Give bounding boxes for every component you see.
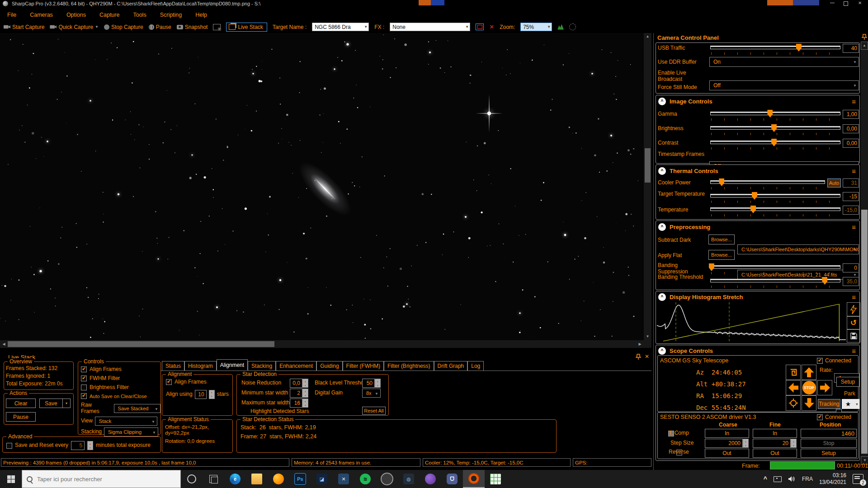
slew-west-button[interactable] <box>786 380 801 395</box>
panel-scroll-thumb[interactable] <box>861 210 868 454</box>
noise-reduction-input[interactable]: 0,0 <box>290 379 302 388</box>
section-menu-icon[interactable]: ≡ <box>852 98 856 105</box>
taskbar-app-dark[interactable]: ◍ <box>398 470 420 488</box>
pause-button[interactable]: Pause <box>149 24 171 30</box>
slider-thumb[interactable] <box>767 110 773 117</box>
minutes-spinner[interactable]: ▲▼ <box>87 441 93 450</box>
unpark-button[interactable] <box>786 365 801 380</box>
align-stars-spinner[interactable]: ▲▼ <box>209 390 215 399</box>
taskbar-app-firefox[interactable] <box>268 470 289 488</box>
fine-in-button[interactable]: In <box>753 429 797 438</box>
vertical-scroll-thumb[interactable] <box>645 148 651 183</box>
min-star-width-input[interactable]: 2 <box>290 389 302 398</box>
auto-stretch-icon[interactable] <box>557 24 564 30</box>
brightness-slider[interactable] <box>710 124 840 136</box>
section-menu-icon[interactable]: ≡ <box>852 347 856 355</box>
start-button[interactable] <box>0 470 22 488</box>
tracking-button[interactable]: Tracking <box>818 399 840 409</box>
tab-enhancement[interactable]: Enhancement <box>276 361 316 371</box>
section-menu-icon[interactable]: ≡ <box>852 167 856 175</box>
target-name-select[interactable]: NGC 5866 Dra ▼ <box>312 23 369 31</box>
taskbar-app-explorer[interactable] <box>246 470 268 488</box>
taskbar-app-sharpcap-active[interactable] <box>463 470 485 488</box>
menu-cameras[interactable]: Cameras <box>30 12 53 18</box>
menu-tools[interactable]: Tools <box>133 12 146 18</box>
cooler-power-slider[interactable] <box>710 178 825 190</box>
stop-capture-button[interactable]: Stop Capture <box>104 24 143 30</box>
max-star-spinner[interactable]: ▲▼ <box>302 399 308 408</box>
align-frames-checkbox[interactable] <box>81 366 87 372</box>
max-star-width-input[interactable]: 16 <box>290 399 302 408</box>
save-stretch-button[interactable] <box>847 329 860 343</box>
close-icon[interactable]: ✕ <box>858 0 862 5</box>
save-reset-checkbox[interactable] <box>6 443 12 449</box>
contrast-slider[interactable] <box>710 139 840 150</box>
align-frames-check-row[interactable]: Align Frames <box>81 366 160 373</box>
reticle-icon[interactable] <box>569 23 576 30</box>
scope-setup-button[interactable]: Setup <box>836 377 859 387</box>
taskbar-search[interactable] <box>22 470 181 488</box>
cortana-button[interactable] <box>181 470 203 488</box>
taskbar-app-image-tool[interactable]: ◪ <box>311 470 333 488</box>
taskbar-app-xnview[interactable]: ✕ <box>333 470 354 488</box>
slider-thumb[interactable] <box>796 44 802 52</box>
menu-options[interactable]: Options <box>66 12 86 18</box>
monitor-overlay-icon[interactable]: ✔ <box>213 24 221 30</box>
start-capture-button[interactable]: Start Capture <box>4 24 44 30</box>
min-star-spinner[interactable]: ▲▼ <box>302 389 308 398</box>
digital-gain-select[interactable]: 8x▼ <box>362 389 381 398</box>
cooler-auto-button[interactable]: Auto <box>827 178 841 188</box>
autosave-checkbox[interactable] <box>81 393 87 399</box>
gamma-slider[interactable] <box>710 110 840 122</box>
live-image-view[interactable] <box>0 33 644 340</box>
tab-guiding[interactable]: Guiding <box>316 361 342 371</box>
collapse-icon[interactable]: ^ <box>658 98 666 105</box>
slew-south-button[interactable] <box>802 395 816 411</box>
maximize-icon[interactable] <box>844 1 848 6</box>
taskbar-app-purple[interactable] <box>420 470 441 488</box>
menu-scripting[interactable]: Scripting <box>160 12 182 18</box>
telescope-connected-checkbox[interactable] <box>817 358 823 364</box>
scroll-up-icon[interactable]: ▲ <box>861 42 868 50</box>
taskbar-app-photoshop[interactable]: Ps <box>289 470 311 488</box>
pause-stack-button[interactable]: Pause <box>6 412 36 422</box>
tracking-rate-dropdown[interactable]: ▼ <box>854 399 859 409</box>
slider-thumb[interactable] <box>719 178 724 186</box>
brightness-filter-checkbox[interactable] <box>81 385 87 390</box>
selection-area-button[interactable] <box>476 23 484 30</box>
raw-frames-select[interactable]: Save Stacked▼ <box>114 404 160 413</box>
taskbar-app-grid[interactable] <box>485 470 506 488</box>
histogram-plot[interactable] <box>657 302 846 342</box>
ddr-select[interactable]: On▼ <box>709 57 859 67</box>
clear-selection-icon[interactable]: ✕ <box>489 23 494 30</box>
search-input[interactable] <box>36 475 165 483</box>
zoom-select[interactable]: 75% ▼ <box>520 23 552 31</box>
coarse-step-input[interactable]: 2000 <box>705 439 743 448</box>
focuser-setup-button[interactable]: Setup <box>801 449 857 458</box>
brightness-filter-check-row[interactable]: Brightness Filter <box>81 385 160 391</box>
fx-select[interactable]: None ▼ <box>390 23 470 31</box>
histogram-header[interactable]: ^ Display Histogram Stretch ≡ <box>658 293 859 301</box>
tab-log[interactable]: Log <box>467 361 484 371</box>
image-controls-header[interactable]: ^ Image Controls ≡ <box>658 98 859 105</box>
fine-out-button[interactable]: Out <box>753 449 797 458</box>
reset-stretch-button[interactable]: ↺ <box>847 316 860 329</box>
tab-stacking[interactable]: Stacking <box>248 361 276 371</box>
save-dropdown-button[interactable]: ▼ <box>62 399 71 408</box>
tab-alignment[interactable]: Alignment <box>217 359 248 370</box>
view-select[interactable]: Stack▼ <box>95 417 157 426</box>
pin-icon[interactable] <box>862 34 867 40</box>
taskbar-app-edge[interactable]: e <box>224 470 246 488</box>
coarse-out-button[interactable]: Out <box>705 449 749 458</box>
align-frames-row[interactable]: Align Frames <box>166 379 232 385</box>
taskbar-app-discord[interactable]: ᗜ <box>441 470 463 488</box>
snapshot-button[interactable]: Snapshot <box>177 24 208 30</box>
display-tray-icon[interactable] <box>774 476 782 482</box>
save-reset-minutes-input[interactable]: 5 <box>71 441 85 450</box>
noise-spinner[interactable]: ▲▼ <box>302 379 308 388</box>
collapse-icon[interactable]: ^ <box>658 167 666 175</box>
preprocessing-header[interactable]: ^ Preprocessing ≡ <box>658 223 859 231</box>
subtract-dark-path[interactable]: C:\Users\SharkFleet\Desktop\darks\QHY290… <box>737 244 859 254</box>
fwhm-filter-check-row[interactable]: FWHM Filter <box>81 375 160 382</box>
scroll-up-icon[interactable]: ▲ <box>644 33 651 40</box>
